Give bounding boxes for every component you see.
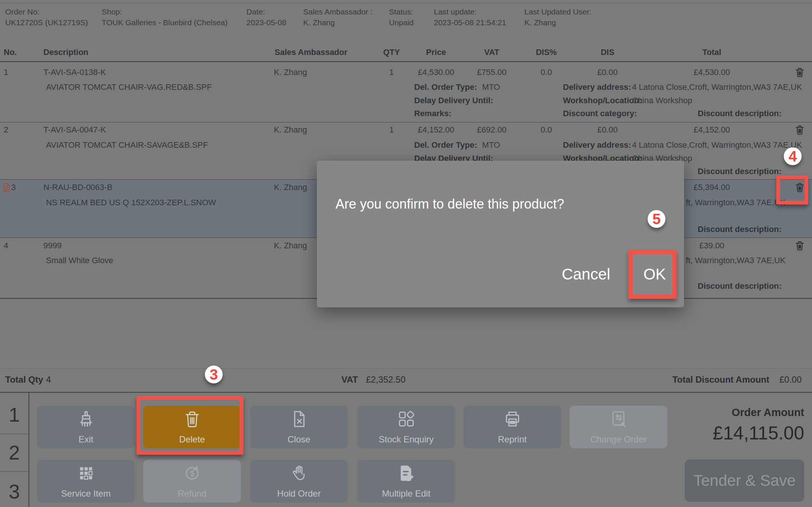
- row-qty: 1: [389, 66, 394, 78]
- annotation-badge-5: 5: [648, 210, 665, 228]
- shapes-grid-icon: [397, 409, 416, 429]
- date-label: Date:: [246, 7, 265, 17]
- row-delete-icon[interactable]: [794, 124, 805, 135]
- row-sku: T-AVI-SA-0138-K: [43, 66, 106, 78]
- note-document-icon: [3, 183, 10, 192]
- exit-button[interactable]: Exit: [37, 406, 135, 448]
- discount-description-label: Discount description:: [698, 280, 782, 292]
- annotation-box-row-trash: [776, 176, 808, 205]
- row-dis-pct: 0.0: [541, 124, 552, 136]
- row-no: 2: [4, 124, 8, 136]
- status-label: Status:: [389, 7, 413, 17]
- pager-vertical-divider: [29, 393, 29, 507]
- row-vat: £755.00: [477, 66, 507, 78]
- workshop-value: China Workshop: [632, 95, 692, 107]
- stock-enquiry-button[interactable]: Stock Enquiry: [357, 406, 455, 448]
- file-edit-icon: [397, 464, 416, 483]
- refund-icon: $: [183, 464, 202, 483]
- row-total: £5,394.00: [694, 181, 730, 193]
- multiple-edit-button[interactable]: Multiple Edit: [357, 460, 455, 503]
- remarks-label: Remarks:: [414, 108, 451, 120]
- exit-button-label: Exit: [37, 434, 135, 445]
- row-price: £4,530.00: [418, 66, 454, 78]
- page-2-button[interactable]: 2: [0, 441, 29, 464]
- delivery-address-tail: ft, Warrington,WA3 7AE,UK: [686, 197, 786, 209]
- order-amount-label: Order Amount: [594, 406, 804, 419]
- row-product-name: NS REALM BED US Q 152X203-ZEP.L.SNOW: [46, 197, 216, 209]
- row-ambassador: K. Zhang: [274, 124, 307, 136]
- page-3-button[interactable]: 3: [0, 480, 29, 503]
- tender-save-button[interactable]: Tender & Save: [685, 459, 804, 502]
- printer-icon: [503, 409, 522, 429]
- row-sku: 9999: [43, 240, 62, 252]
- shop-value: TOUK Galleries - Bluebird (Chelsea): [102, 17, 227, 28]
- cancel-button[interactable]: Cancel: [551, 263, 621, 285]
- totals-bottom-divider: [0, 392, 812, 393]
- last-update-label: Last update:: [434, 7, 477, 17]
- top-divider: [0, 3, 812, 3]
- refund-button-label: Refund: [143, 488, 241, 499]
- delivery-address-value: 4 Latona Close,Croft, Warrington,WA3 7AE…: [632, 139, 802, 151]
- hand-icon: [289, 464, 309, 483]
- workshop-label: Workshop/Location:: [563, 95, 642, 107]
- delivery-address-value: 4 Latona Close,Croft, Warrington,WA3 7AE…: [632, 81, 802, 93]
- order-no-value: UK12720S (UK12719S): [5, 17, 88, 28]
- row-ambassador: K. Zhang: [274, 66, 307, 78]
- delivery-address-label: Delivery address:: [563, 139, 631, 151]
- row-delete-icon[interactable]: [794, 240, 805, 251]
- discount-description-label: Discount description:: [698, 108, 782, 120]
- col-header-qty: QTY: [383, 46, 400, 58]
- col-header-no: No.: [4, 46, 17, 58]
- del-order-type-label: Del. Order Type:: [414, 81, 477, 93]
- order-no-label: Order No:: [5, 7, 39, 17]
- row-total: £39.00: [699, 240, 724, 252]
- row-product-name: AVIATOR TOMCAT CHAIR-VAG.RED&B.SPF: [46, 81, 212, 93]
- service-item-button[interactable]: Service Item: [37, 460, 135, 503]
- row-total: £4,530.00: [694, 66, 730, 78]
- annotation-badge-4: 4: [784, 147, 802, 165]
- total-discount-value: £0.00: [776, 374, 802, 386]
- dialog-message: Are you confirm to delete this product?: [335, 196, 564, 212]
- row-delete-icon[interactable]: [794, 67, 805, 78]
- annotation-box-ok-button: [628, 250, 677, 299]
- row-dis: £0.00: [597, 66, 618, 78]
- col-header-dis: DIS: [601, 46, 615, 58]
- pager-divider: [0, 471, 29, 472]
- total-qty-label: Total Qty: [5, 374, 43, 386]
- last-updated-user-value: K. Zhang: [524, 17, 556, 28]
- col-header-dis-pct: DIS%: [536, 46, 557, 58]
- file-x-icon: [289, 409, 309, 429]
- row-no: 4: [4, 240, 8, 252]
- totals-top-divider: [0, 369, 812, 369]
- row-no: 3: [11, 181, 16, 193]
- date-value: 2023-05-08: [246, 17, 286, 28]
- del-order-type-value: MTO: [482, 139, 500, 151]
- vat-total-label: VAT: [341, 374, 358, 386]
- hold-order-button[interactable]: Hold Order: [250, 460, 348, 503]
- grid-icon: [76, 464, 96, 483]
- delivery-address-label: Delivery address:: [563, 81, 631, 93]
- order-amount-value: £14,115.00: [594, 423, 804, 444]
- brush-icon: [76, 409, 96, 429]
- delay-delivery-label: Delay Delivery Until:: [414, 95, 493, 107]
- table-header-divider: [0, 61, 812, 62]
- annotation-box-delete-button: [137, 396, 243, 455]
- page-1-button[interactable]: 1: [0, 403, 29, 426]
- stock-enquiry-button-label: Stock Enquiry: [357, 434, 455, 445]
- refund-button[interactable]: $ Refund: [143, 460, 241, 503]
- sales-ambassador-value: K. Zhang: [303, 17, 335, 28]
- vat-total-value: £2,352.50: [366, 374, 406, 386]
- pager-divider: [0, 434, 29, 434]
- row-product-name: Small White Glove: [46, 255, 113, 266]
- reprint-button-label: Reprint: [464, 434, 561, 445]
- close-button[interactable]: Close: [250, 406, 348, 448]
- discount-description-label: Discount description:: [698, 166, 782, 177]
- col-header-description: Description: [43, 46, 88, 58]
- status-value: Unpaid: [389, 17, 414, 28]
- row-vat: £692.00: [477, 124, 507, 136]
- row-dis-pct: 0.0: [541, 66, 552, 78]
- row-total: £4,152.00: [694, 124, 730, 136]
- col-header-price: Price: [426, 46, 446, 58]
- reprint-button[interactable]: Reprint: [464, 406, 561, 448]
- row-divider: [0, 122, 812, 122]
